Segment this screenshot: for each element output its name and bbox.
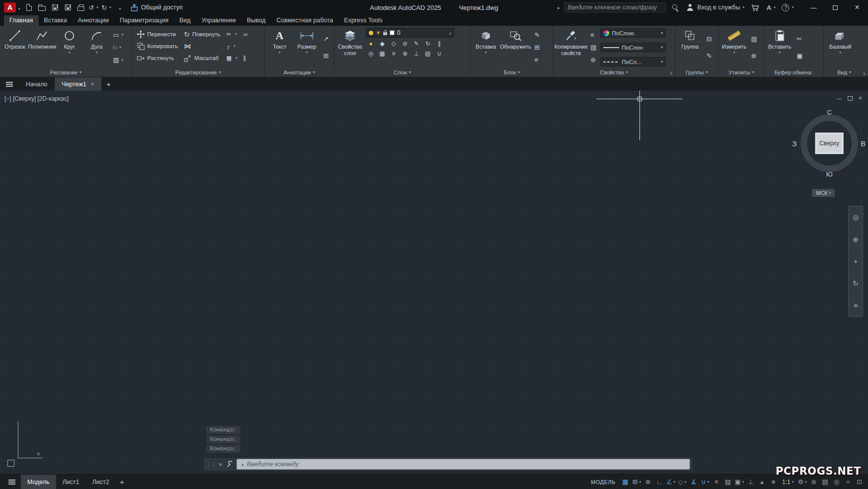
plot-button[interactable] (75, 1, 87, 13)
offset-button[interactable]: ∥ (242, 53, 249, 63)
file-tab-drawing1[interactable]: Чертеж1× (55, 77, 102, 91)
drawing-canvas[interactable]: [−] [Сверху] [2D-каркас] — × С Ю З В Све… (0, 91, 868, 474)
command-line-bar[interactable]: ⋮⋮ × (204, 458, 693, 471)
trim-button[interactable]: ✂ (225, 29, 238, 40)
annotation-scale-button[interactable]: 1:1 (779, 479, 797, 486)
model-space-label[interactable]: МОДЕЛЬ (591, 479, 616, 485)
viewport-visual-style-button[interactable]: [2D-каркас] (37, 95, 68, 102)
layer-lock-button[interactable]: ⊘ (400, 39, 410, 48)
linetype-dropdown[interactable]: ПоСл... (600, 57, 666, 66)
viewport-menu-button[interactable]: [−] (4, 95, 11, 102)
quick-calc-button[interactable]: ▤ (750, 34, 758, 44)
workspace-switching-button[interactable]: ⚙ (797, 476, 808, 488)
tab-output[interactable]: Вывод (241, 15, 271, 26)
command-close-icon[interactable]: × (219, 461, 223, 468)
block-attributes-button[interactable]: ≡ (533, 55, 541, 65)
layer-previous-button[interactable]: ↻ (423, 39, 433, 48)
new-file-button[interactable] (23, 1, 35, 13)
array-button[interactable]: ▦ (225, 53, 238, 63)
layer-make-current-button[interactable]: ✎ (411, 39, 421, 48)
layer-isolate-button[interactable]: ◆ (377, 39, 387, 48)
panel-draw-footer[interactable]: Рисование (0, 67, 131, 77)
layer-freeze-button[interactable]: ◇ (389, 39, 399, 48)
copy-clip-button[interactable]: ▣ (795, 51, 804, 61)
block-create-button[interactable]: ⊞ (533, 43, 541, 53)
store-button[interactable] (749, 1, 761, 13)
file-tabs-menu-button[interactable] (0, 77, 19, 91)
viewport-view-button[interactable]: [Сверху] (13, 95, 36, 102)
match-properties-button[interactable]: Копирование свойств (555, 27, 587, 67)
annotation-monitor-toggle[interactable]: ⊚ (808, 476, 819, 488)
isolate-objects-button[interactable]: ◎ (831, 476, 842, 488)
isodraft-toggle[interactable]: ◇ (677, 476, 688, 488)
text-button[interactable]: A Текст (266, 27, 293, 67)
app-menu-button[interactable]: A (3, 1, 21, 13)
search-expand-icon[interactable]: ▸ (558, 5, 560, 10)
layer-merge-button[interactable]: ≡ (389, 49, 399, 58)
panel-properties-footer[interactable]: Свойства (553, 67, 675, 77)
dimension-button[interactable]: Размер (293, 27, 320, 67)
properties-dialog-launcher-icon[interactable]: ↘ (669, 70, 673, 75)
panel-layers-footer[interactable]: Слои (334, 67, 470, 77)
circle-button[interactable]: Круг (56, 27, 83, 67)
leader-button[interactable]: ↗ (322, 34, 330, 44)
insert-block-button[interactable]: Вставка (472, 27, 499, 67)
viewcube-east-label[interactable]: В (861, 139, 866, 148)
help-button[interactable]: ? (781, 1, 795, 13)
line-button[interactable]: Отрезок (1, 27, 28, 67)
move-button[interactable]: Перенести (135, 29, 179, 40)
hatch-button[interactable]: ▨ (112, 55, 125, 65)
object-color-dropdown[interactable]: ПоСлою (600, 28, 666, 38)
orbit-icon[interactable]: ↻ (853, 279, 859, 287)
ellipse-button[interactable]: ○ (112, 43, 125, 53)
command-input-field[interactable] (236, 459, 690, 470)
viewport-restore-icon[interactable] (848, 96, 853, 101)
layer-walk-button[interactable]: ▤ (423, 49, 433, 58)
wcs-dropdown[interactable]: МСК (812, 189, 835, 197)
sign-in-button[interactable]: Вход в службы (686, 1, 746, 13)
save-as-button[interactable] (62, 1, 74, 13)
rotate-button[interactable]: ↻Повернуть (182, 29, 222, 40)
table-button[interactable]: ⊞ (322, 51, 330, 61)
search-button[interactable] (670, 1, 682, 13)
polyline-button[interactable]: Полилиния (29, 27, 56, 67)
annotation-autoscale-toggle[interactable]: ∗ (768, 476, 779, 488)
graphics-performance-toggle[interactable]: ≈ (842, 476, 854, 488)
block-edit-button[interactable]: ✎ (533, 30, 541, 40)
dynamic-input-toggle[interactable]: ⊕ (642, 476, 654, 488)
layer-unisolate-button[interactable]: ◎ (366, 49, 376, 58)
save-button[interactable] (49, 1, 61, 13)
layer-match-button[interactable]: ∥ (434, 39, 444, 48)
open-file-button[interactable] (36, 1, 48, 13)
selection-cycling-toggle[interactable]: ▣ (734, 476, 745, 488)
share-button[interactable]: Общий доступ (130, 3, 183, 11)
measure-button[interactable]: Измерить (720, 27, 748, 67)
layer-state-button[interactable]: ▦ (377, 49, 387, 58)
grid-toggle[interactable]: ▦ (620, 476, 631, 488)
command-customize-icon[interactable] (226, 461, 233, 468)
zoom-icon[interactable]: + (854, 257, 858, 265)
lineweight-toggle[interactable]: ≡ (711, 476, 722, 488)
properties-list-button[interactable]: ≡ (589, 30, 598, 40)
layer-properties-button[interactable]: Свойства слоя (336, 27, 364, 67)
group-edit-button[interactable]: ✎ (705, 51, 713, 61)
object-snap-toggle[interactable]: ∪ (699, 476, 711, 488)
group-button[interactable]: Группа (677, 27, 703, 67)
tab-view[interactable]: Вид (174, 15, 196, 26)
file-tab-start[interactable]: Начало (19, 77, 55, 91)
viewport-close-icon[interactable]: × (859, 95, 862, 102)
fillet-button[interactable]: ╭ (225, 41, 238, 52)
layer-thaw-button[interactable]: ⊕ (400, 49, 410, 58)
command-input[interactable] (247, 461, 686, 468)
tab-annotate[interactable]: Аннотации (72, 15, 114, 26)
new-drawing-tab-button[interactable]: + (102, 77, 116, 91)
tab-insert[interactable]: Вставка (39, 15, 72, 26)
panel-block-footer[interactable]: Блок (471, 67, 553, 77)
detect-button[interactable]: Обнаружить (500, 27, 531, 67)
properties-table-button[interactable]: ▤ (589, 43, 598, 53)
panel-utilities-footer[interactable]: Утилиты (719, 67, 764, 77)
object-snap-tracking-toggle[interactable]: ∡ (688, 476, 699, 488)
minimize-button[interactable]: — (803, 0, 824, 15)
tab-express-tools[interactable]: Express Tools (339, 15, 388, 26)
clean-screen-button[interactable]: ⊡ (854, 476, 865, 488)
